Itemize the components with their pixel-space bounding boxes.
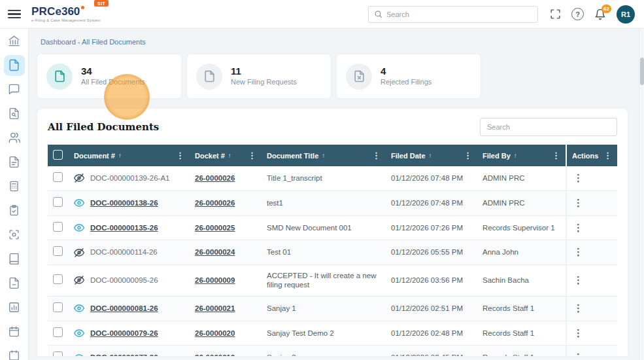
stat-card-rejected-filings[interactable]: 4 Rejected Filings <box>337 54 481 98</box>
column-header-actions[interactable]: Actions⋮ <box>566 145 617 166</box>
table-row[interactable]: DOC-000000079-26 26-0000020 Sanjay Test … <box>48 321 617 346</box>
sort-icon[interactable]: ↑ <box>118 152 122 159</box>
row-actions-kebab[interactable]: ⋮ <box>572 246 585 257</box>
sidebar-item-tasks[interactable] <box>0 198 29 223</box>
sidebar-item-chart[interactable] <box>0 295 29 319</box>
sidebar-item-users[interactable] <box>0 126 29 150</box>
sidebar-item-bank[interactable] <box>0 29 29 53</box>
row-checkbox[interactable] <box>53 274 63 284</box>
row-actions-kebab[interactable]: ⋮ <box>572 302 585 314</box>
row-actions-kebab[interactable]: ⋮ <box>572 274 585 285</box>
sidebar-item-documents[interactable] <box>0 53 29 77</box>
eye-off-icon[interactable] <box>74 247 84 258</box>
main-content: Dashboard - All Filed Documents 34 All F… <box>29 29 639 360</box>
row-actions-kebab[interactable]: ⋮ <box>572 222 585 233</box>
row-actions-kebab[interactable]: ⋮ <box>572 351 585 356</box>
stat-card-new-filing-requests[interactable]: 11 New Filing Requests <box>187 54 331 98</box>
sidebar-item-document-search[interactable] <box>0 101 29 126</box>
docket-link[interactable]: 26-0000020 <box>195 329 235 337</box>
sort-icon[interactable]: ↑ <box>228 152 231 159</box>
docket-link[interactable]: 26-0000026 <box>195 199 235 207</box>
docket-link[interactable]: 26-0000009 <box>195 276 235 284</box>
filed-by: ADMIN PRC <box>477 166 566 190</box>
sidebar-item-file[interactable] <box>0 271 29 295</box>
sort-icon[interactable]: ↑ <box>514 152 517 159</box>
column-menu-icon[interactable]: ⋮ <box>603 151 612 160</box>
row-checkbox[interactable] <box>53 172 63 182</box>
sidebar-item-chat[interactable] <box>0 77 29 101</box>
column-menu-icon[interactable]: ⋮ <box>372 151 381 160</box>
table-search-input[interactable] <box>480 118 617 136</box>
document-number[interactable]: DOC-000000114-26 <box>90 247 158 257</box>
document-number[interactable]: DOC-000000095-26 <box>90 276 158 285</box>
docket-link[interactable]: 26-0000026 <box>195 174 235 182</box>
column-menu-icon[interactable]: ⋮ <box>248 151 256 160</box>
document-number[interactable]: DOC-000000139-26-A1 <box>90 173 169 183</box>
document-number[interactable]: DOC-000000077-26 <box>90 353 158 356</box>
row-actions-kebab[interactable]: ⋮ <box>572 172 585 183</box>
sidebar-item-box[interactable] <box>0 344 29 360</box>
row-actions-kebab[interactable]: ⋮ <box>572 327 585 338</box>
eye-off-icon[interactable] <box>74 173 84 183</box>
menu-icon[interactable] <box>8 10 21 19</box>
eye-icon[interactable] <box>74 303 84 314</box>
table-row[interactable]: DOC-000000077-26 26-0000019 Sanjay 2 01/… <box>48 346 617 356</box>
row-checkbox[interactable] <box>53 327 63 337</box>
filed-by: Records Staff 1 <box>477 321 566 346</box>
notifications-icon[interactable]: 62 <box>594 9 606 20</box>
breadcrumb[interactable]: Dashboard - All Filed Documents <box>41 38 639 46</box>
docket-link[interactable]: 26-0000024 <box>195 248 235 256</box>
docket-link[interactable]: 26-0000019 <box>195 353 235 356</box>
eye-icon[interactable] <box>74 198 84 208</box>
sidebar-item-document-lines[interactable] <box>0 150 29 174</box>
column-header-docket-number[interactable]: Docket #↑⋮ <box>190 145 262 166</box>
table-row[interactable]: DOC-000000138-26 26-0000026 test1 01/12/… <box>48 190 617 215</box>
row-actions-kebab[interactable]: ⋮ <box>572 197 585 208</box>
scrollbar-thumb[interactable] <box>640 58 644 85</box>
stat-card-all-filed-documents[interactable]: 34 All Filed Documents <box>37 54 181 98</box>
sidebar-item-calendar[interactable] <box>0 319 29 344</box>
sidebar-item-calculator[interactable] <box>0 174 29 198</box>
page-scrollbar[interactable] <box>639 29 644 360</box>
table-row[interactable]: DOC-000000081-26 26-0000021 Sanjay 1 01/… <box>48 296 617 321</box>
global-search-input[interactable] <box>386 10 532 18</box>
eye-icon[interactable] <box>74 223 84 233</box>
sort-icon[interactable]: ↑ <box>322 152 325 159</box>
sidebar-item-scan[interactable] <box>0 223 29 247</box>
column-header-document-number[interactable]: Document #↑⋮ <box>69 145 190 166</box>
table-row[interactable]: DOC-000000139-26-A1 26-0000026 Title 1_t… <box>48 166 617 190</box>
column-menu-icon[interactable]: ⋮ <box>552 151 560 160</box>
fullscreen-icon[interactable] <box>550 9 561 20</box>
help-icon[interactable]: ? <box>571 8 584 20</box>
stat-label: Rejected Filings <box>381 77 432 86</box>
table-row[interactable]: DOC-000000095-26 26-0000009 ACCEPTED - I… <box>48 265 617 297</box>
row-checkbox[interactable] <box>53 302 63 312</box>
docket-link[interactable]: 26-0000021 <box>195 304 235 312</box>
logo[interactable]: PRCe360 e-Filing & Case Management Syste… <box>31 6 101 22</box>
document-number[interactable]: DOC-000000135-26 <box>90 223 158 232</box>
row-checkbox[interactable] <box>53 351 63 356</box>
column-menu-icon[interactable]: ⋮ <box>176 151 184 160</box>
column-header-filed-by[interactable]: Filed By↑⋮ <box>477 145 566 166</box>
row-checkbox[interactable] <box>53 197 63 207</box>
document-number[interactable]: DOC-000000079-26 <box>90 329 158 338</box>
table-row[interactable]: DOC-000000114-26 26-0000024 Test 01 01/1… <box>48 240 617 265</box>
eye-off-icon[interactable] <box>74 275 84 285</box>
column-header-filed-date[interactable]: Filed Date↑⋮ <box>386 145 477 166</box>
avatar[interactable]: R1 <box>617 5 635 24</box>
eye-icon[interactable] <box>74 328 84 338</box>
select-all-checkbox[interactable] <box>53 150 63 160</box>
table-row[interactable]: DOC-000000135-26 26-0000025 SMD New Docu… <box>48 215 617 240</box>
eye-icon[interactable] <box>74 353 84 356</box>
sidebar-item-book[interactable] <box>0 247 29 271</box>
column-header-document-title[interactable]: Document Title↑⋮ <box>262 145 386 166</box>
document-number[interactable]: DOC-000000081-26 <box>90 304 158 313</box>
box-icon <box>8 350 20 360</box>
row-checkbox[interactable] <box>53 246 63 256</box>
docket-link[interactable]: 26-0000025 <box>195 224 235 232</box>
sort-icon[interactable]: ↑ <box>429 152 432 159</box>
column-menu-icon[interactable]: ⋮ <box>464 151 472 160</box>
stat-cards: 34 All Filed Documents 11 New Filing Req… <box>37 54 639 98</box>
document-number[interactable]: DOC-000000138-26 <box>90 198 158 207</box>
row-checkbox[interactable] <box>53 222 63 232</box>
